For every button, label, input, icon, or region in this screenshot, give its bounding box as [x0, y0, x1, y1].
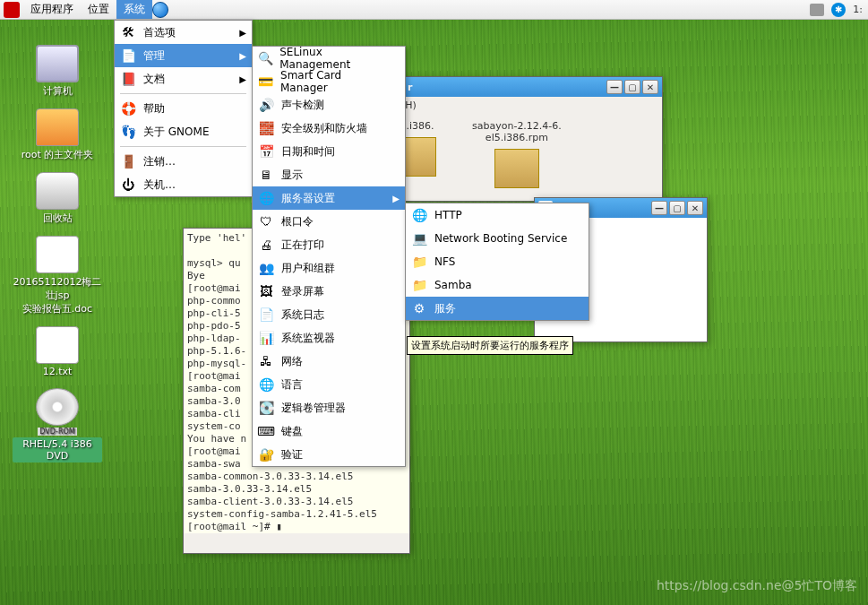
firewall-icon: 🧱: [256, 119, 276, 137]
clock[interactable]: 1:: [853, 4, 863, 15]
samba-icon: 📁: [409, 276, 429, 294]
smartcard-icon: 💳: [256, 73, 275, 91]
network-icon: 🖧: [256, 352, 276, 370]
menu-applications[interactable]: 应用程序: [23, 0, 81, 19]
package-icon: [494, 149, 539, 188]
server-settings-submenu: 🌐HTTP 💻Network Booting Service 📁NFS 📁Sam…: [405, 203, 589, 321]
log-icon: 📄: [256, 306, 276, 324]
keyboard-icon: ⌨: [256, 422, 276, 440]
chevron-right-icon: ▶: [239, 74, 246, 84]
menu-http[interactable]: 🌐HTTP: [406, 203, 589, 227]
menu-administration[interactable]: 📄管理▶: [115, 44, 252, 67]
watermark: https://blog.csdn.ne@5忙TO博客: [657, 578, 857, 594]
desktop-icon-trash[interactable]: 回收站: [13, 172, 102, 225]
menu-users-groups[interactable]: 👥用户和组群: [253, 256, 405, 280]
system-menu: 🛠首选项▶ 📄管理▶ 📕文档▶ 🛟帮助 👣关于 GNOME 🚪注销… ⏻关机…: [114, 20, 253, 197]
menu-security[interactable]: 🧱安全级别和防火墙: [253, 117, 405, 140]
menu-language[interactable]: 🌐语言: [253, 373, 405, 396]
menu-network-boot[interactable]: 💻Network Booting Service: [406, 227, 589, 250]
chevron-right-icon: ▶: [392, 194, 400, 203]
tray-icon[interactable]: [810, 4, 824, 16]
file-menu-help[interactable]: 助(H): [386, 97, 662, 115]
menu-network[interactable]: 🖧网络: [253, 350, 405, 373]
bluetooth-icon[interactable]: ✱: [831, 3, 846, 17]
help-icon: 🛟: [118, 99, 138, 117]
http-icon: 🌐: [409, 206, 429, 224]
minimize-button[interactable]: —: [606, 80, 623, 94]
admin-icon: 📄: [118, 47, 138, 65]
menu-help[interactable]: 🛟帮助: [115, 97, 252, 120]
monitor-icon: 📊: [256, 329, 276, 347]
close-button[interactable]: ✕: [642, 80, 658, 94]
close-button[interactable]: ✕: [687, 201, 703, 215]
menu-places[interactable]: 位置: [81, 0, 116, 19]
menu-system-monitor[interactable]: 📊系统监视器: [253, 326, 405, 350]
menu-docs[interactable]: 📕文档▶: [115, 67, 252, 91]
top-menubar: 应用程序 位置 系统 ✱ 1:: [0, 0, 868, 20]
menu-printing[interactable]: 🖨正在打印: [253, 233, 405, 256]
menu-datetime[interactable]: 📅日期和时间: [253, 140, 405, 163]
admin-submenu: 🔍SELinux Management 💳Smart Card Manager …: [252, 46, 406, 467]
menu-system[interactable]: 系统: [116, 0, 152, 19]
menu-soundcard[interactable]: 🔊声卡检测: [253, 93, 405, 117]
menu-nfs[interactable]: 📁NFS: [406, 250, 589, 273]
sound-icon: 🔊: [256, 96, 276, 114]
menu-login-screen[interactable]: 🖼登录屏幕: [253, 280, 405, 303]
menu-about-gnome[interactable]: 👣关于 GNOME: [115, 120, 252, 143]
menu-samba[interactable]: 📁Samba: [406, 273, 589, 297]
menu-lvm[interactable]: 💽逻辑卷管理器: [253, 396, 405, 419]
menu-selinux[interactable]: 🔍SELinux Management: [253, 47, 405, 70]
tooltip: 设置系统启动时所要运行的服务程序: [407, 336, 573, 355]
desktop-icon-home[interactable]: root 的主文件夹: [13, 108, 102, 161]
browser-launcher-icon[interactable]: [152, 2, 168, 18]
logout-icon: 🚪: [118, 152, 138, 170]
server-icon: 🌐: [256, 189, 276, 207]
selinux-icon: 🔍: [256, 49, 274, 67]
services-icon: ⚙: [409, 299, 429, 317]
users-icon: 👥: [256, 259, 276, 277]
menu-authentication[interactable]: 🔐验证: [253, 443, 405, 466]
printer-icon: 🖨: [256, 236, 276, 254]
menu-preferences[interactable]: 🛠首选项▶: [115, 21, 252, 44]
menu-services[interactable]: ⚙服务: [406, 297, 589, 320]
menu-logout[interactable]: 🚪注销…: [115, 150, 252, 173]
desktop-icon-dvd[interactable]: DVD-ROMRHEL/5.4 i386 DVD: [13, 388, 102, 462]
menu-smartcard[interactable]: 💳Smart Card Manager: [253, 70, 405, 93]
file-browser-titlebar[interactable]: r — ▢ ✕: [386, 77, 662, 97]
desktop-icon-txt[interactable]: 12.txt: [13, 326, 102, 377]
prefs-icon: 🛠: [118, 23, 138, 41]
maximize-button[interactable]: ▢: [669, 201, 685, 215]
menu-system-log[interactable]: 📄系统日志: [253, 303, 405, 326]
calendar-icon: 📅: [256, 143, 276, 160]
desktop-icon-doc[interactable]: 20165112012梅二壮jsp实验报告五.doc: [13, 236, 102, 315]
maximize-button[interactable]: ▢: [624, 80, 640, 94]
gnome-icon: 👣: [118, 123, 138, 141]
language-icon: 🌐: [256, 376, 276, 393]
lvm-icon: 💽: [256, 399, 276, 417]
display-icon: 🖥: [256, 166, 276, 184]
menu-display[interactable]: 🖥显示: [253, 163, 405, 186]
minimize-button[interactable]: —: [651, 201, 667, 215]
nfs-icon: 📁: [409, 253, 429, 271]
file-browser-window: r — ▢ ✕ 助(H) 26.i386. sabayon-2.12.4-6.e…: [385, 76, 663, 202]
netboot-icon: 💻: [409, 229, 429, 247]
desktop-icon-computer[interactable]: 计算机: [13, 45, 102, 98]
password-icon: 🛡: [256, 212, 276, 230]
login-icon: 🖼: [256, 282, 276, 300]
desktop-icons: 计算机 root 的主文件夹 回收站 20165112012梅二壮jsp实验报告…: [13, 45, 102, 473]
menu-keyboard[interactable]: ⌨键盘: [253, 419, 405, 443]
auth-icon: 🔐: [256, 445, 276, 463]
docs-icon: 📕: [118, 70, 138, 88]
menu-shutdown[interactable]: ⏻关机…: [115, 173, 252, 196]
menu-server-settings[interactable]: 🌐服务器设置▶: [253, 186, 405, 210]
menu-root-password[interactable]: 🛡根口令: [253, 210, 405, 233]
file-item[interactable]: sabayon-2.12.4-6.el5.i386.rpm: [472, 120, 562, 194]
chevron-right-icon: ▶: [239, 28, 246, 38]
chevron-right-icon: ▶: [239, 51, 246, 61]
distro-icon: [4, 2, 20, 18]
power-icon: ⏻: [118, 176, 138, 194]
